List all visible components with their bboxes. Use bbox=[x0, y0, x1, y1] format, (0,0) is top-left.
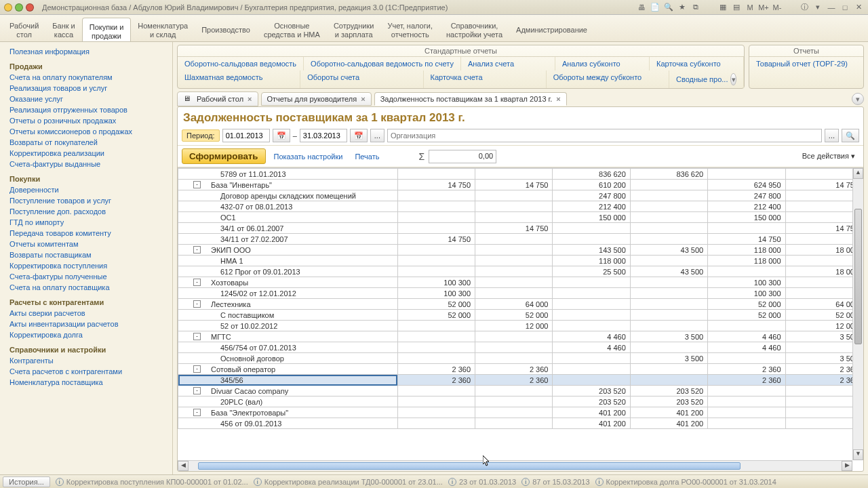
status-doc-link[interactable]: iКорректировка поступления КП00-000001 о… bbox=[56, 478, 248, 486]
period-picker-button[interactable]: ... bbox=[370, 129, 384, 142]
window-btn-1[interactable] bbox=[4, 3, 12, 12]
report-link[interactable]: Обороты между субконто bbox=[547, 70, 669, 88]
h-scroll-thumb[interactable] bbox=[198, 462, 741, 470]
status-doc-link[interactable]: i23 от 01.03.2013 bbox=[448, 478, 516, 486]
sidebar-item[interactable]: Отчеты комиссионеров о продажах bbox=[0, 126, 172, 137]
table-row[interactable]: 345/562 3602 3602 3602 360 bbox=[178, 375, 863, 386]
table-row[interactable]: -МГТС4 4603 5004 4603 500 bbox=[178, 331, 863, 342]
horizontal-scrollbar[interactable]: ◀ ▶ bbox=[178, 460, 852, 471]
status-doc-link[interactable]: i87 от 15.03.2013 bbox=[521, 478, 589, 486]
report-link[interactable]: Оборотно-сальдовая ведомость по счету bbox=[304, 57, 461, 70]
sum-field[interactable]: 0,00 bbox=[429, 150, 496, 163]
module-tab[interactable]: Сотрудникии зарплата bbox=[327, 15, 381, 41]
sidebar-item[interactable]: Отчеты о розничных продажах bbox=[0, 115, 172, 126]
sidebar-item[interactable]: Номенклатура поставщика bbox=[0, 377, 172, 388]
sidebar-top-link[interactable]: Полезная информация bbox=[0, 46, 172, 57]
report-link[interactable]: Карточка счета bbox=[424, 70, 547, 88]
organization-input[interactable] bbox=[387, 129, 822, 142]
workspace-tab[interactable]: Отчеты для руководителя× bbox=[261, 92, 372, 106]
workspace-tab[interactable]: 🖥Рабочий стол× bbox=[177, 92, 258, 106]
table-row[interactable]: С поставщиком52 00052 00052 00052 000 bbox=[178, 310, 863, 321]
window-btn-2[interactable] bbox=[15, 3, 23, 12]
titlebar-icon[interactable]: □ bbox=[840, 2, 850, 13]
calendar-to-icon[interactable]: 📅 bbox=[350, 129, 368, 142]
history-button[interactable]: История... bbox=[3, 476, 50, 487]
all-actions-button[interactable]: Все действия ▾ bbox=[798, 150, 859, 162]
tree-toggle-icon[interactable]: - bbox=[193, 300, 201, 308]
sidebar-item[interactable]: Акты инвентаризации расчетов bbox=[0, 319, 172, 329]
sidebar-item[interactable]: Счета на оплату покупателям bbox=[0, 72, 172, 83]
scroll-down-arrow[interactable]: ▼ bbox=[853, 449, 863, 460]
report-link[interactable]: Шахматная ведомость bbox=[178, 70, 300, 88]
sidebar-item[interactable]: Корректировка реализации bbox=[0, 148, 172, 159]
titlebar-icon[interactable]: M bbox=[745, 2, 755, 13]
tree-toggle-icon[interactable]: - bbox=[193, 279, 201, 286]
sidebar-item[interactable]: Счета на оплату поставщика bbox=[0, 282, 172, 293]
titlebar-icon[interactable]: M- bbox=[772, 2, 783, 13]
report-table[interactable]: 5789 от 11.01.2013836 620836 620-База "И… bbox=[178, 168, 863, 429]
workspace-tab[interactable]: Задолженность поставщикам за 1 квартал 2… bbox=[374, 92, 567, 106]
table-row[interactable]: -База "Электротовары"401 200401 200 bbox=[178, 407, 863, 418]
table-row[interactable]: 20PLC (вал)203 520203 520 bbox=[178, 396, 863, 407]
sidebar-item[interactable]: Возвраты поставщикам bbox=[0, 249, 172, 260]
tree-toggle-icon[interactable]: - bbox=[193, 246, 201, 253]
sidebar-item[interactable]: Контрагенты bbox=[0, 355, 172, 366]
table-row[interactable]: 456 от 09.01.2013401 200401 200 bbox=[178, 418, 863, 429]
table-row[interactable]: 612 Прог от 09.01.201325 50043 50018 000 bbox=[178, 266, 863, 277]
table-row[interactable]: 34/1 от 06.01.200714 75014 750 bbox=[178, 223, 863, 234]
table-row[interactable]: 34/11 от 27.02.200714 75014 750 bbox=[178, 234, 863, 245]
titlebar-icon[interactable]: ⓘ bbox=[799, 2, 810, 13]
table-row[interactable]: -ЭКИП ООО143 50043 500118 00018 000 bbox=[178, 245, 863, 256]
titlebar-icon[interactable]: M+ bbox=[758, 2, 769, 13]
sidebar-item[interactable]: Возвраты от покупателей bbox=[0, 137, 172, 148]
tree-toggle-icon[interactable]: - bbox=[193, 387, 201, 394]
table-row[interactable]: -Хозтовары100 300100 300 bbox=[178, 277, 863, 288]
sidebar-item[interactable]: Корректировка долга bbox=[0, 329, 172, 340]
titlebar-icon[interactable]: ⧉ bbox=[690, 2, 701, 13]
status-doc-link[interactable]: iКорректировка реализации ТД00-000001 от… bbox=[254, 478, 443, 486]
module-tab[interactable]: Основныесредства и НМА bbox=[257, 15, 327, 41]
print-button[interactable]: Печать bbox=[351, 151, 383, 162]
sidebar-item[interactable]: Поступление доп. расходов bbox=[0, 206, 172, 217]
window-btn-3[interactable] bbox=[26, 3, 34, 12]
module-tab[interactable]: Учет, налоги,отчетность bbox=[380, 15, 439, 41]
status-doc-link[interactable]: iКорректировка долга РО00-000001 от 31.0… bbox=[595, 478, 776, 486]
module-tab[interactable]: Покупки ипродажи bbox=[82, 18, 132, 41]
titlebar-icon[interactable]: 🖶 bbox=[636, 2, 647, 13]
tree-toggle-icon[interactable]: - bbox=[193, 181, 201, 188]
close-tab-icon[interactable]: × bbox=[361, 95, 365, 103]
tabs-menu-button[interactable]: ▾ bbox=[852, 93, 864, 105]
titlebar-icon[interactable]: ★ bbox=[677, 2, 688, 13]
generate-button[interactable]: Сформировать bbox=[182, 148, 266, 164]
table-row[interactable]: Договор аренды складских помещений247 80… bbox=[178, 190, 863, 201]
org-select-button[interactable]: ... bbox=[825, 129, 839, 142]
close-tab-icon[interactable]: × bbox=[248, 95, 252, 103]
titlebar-icon[interactable]: ▤ bbox=[731, 2, 742, 13]
sidebar-item[interactable]: Акты сверки расчетов bbox=[0, 308, 172, 319]
module-tab[interactable]: Справочники,настройки учета bbox=[439, 15, 509, 41]
scroll-up-arrow[interactable]: ▲ bbox=[853, 168, 863, 179]
calendar-from-icon[interactable]: 📅 bbox=[273, 129, 290, 142]
sidebar-item[interactable]: Реализация отгруженных товаров bbox=[0, 104, 172, 115]
sidebar-item[interactable]: Реализация товаров и услуг bbox=[0, 83, 172, 94]
date-from-input[interactable] bbox=[222, 129, 270, 142]
report-link[interactable]: Карточка субконто bbox=[650, 57, 744, 70]
titlebar-icon[interactable]: 🔍 bbox=[663, 2, 674, 13]
table-row[interactable]: 1245/02 от 12.01.2012100 300100 300 bbox=[178, 288, 863, 299]
close-tab-icon[interactable]: × bbox=[556, 95, 560, 103]
sidebar-item[interactable]: Корректировка поступления bbox=[0, 260, 172, 271]
module-tab[interactable]: Рабочийстол bbox=[3, 15, 45, 41]
report-link[interactable]: Обороты счета bbox=[300, 70, 423, 88]
sidebar-item[interactable]: Доверенности bbox=[0, 184, 172, 195]
report-link[interactable]: Оборотно-сальдовая ведомость bbox=[178, 57, 304, 70]
sidebar-item[interactable]: ГТД по импорту bbox=[0, 217, 172, 228]
module-tab[interactable]: Банк икасса bbox=[45, 15, 81, 41]
table-row[interactable]: Основной договор3 5003 500 bbox=[178, 353, 863, 364]
table-row[interactable]: 456/754 от 07.01.20134 4604 460 bbox=[178, 342, 863, 353]
tree-toggle-icon[interactable]: - bbox=[193, 409, 201, 416]
reports-dropdown-icon[interactable]: ▾ bbox=[730, 73, 736, 85]
module-tab[interactable]: Производство bbox=[195, 15, 257, 41]
table-row[interactable]: ОС1150 000150 000 bbox=[178, 212, 863, 223]
sidebar-item[interactable]: Отчеты комитентам bbox=[0, 239, 172, 249]
table-row[interactable]: -Сотовый оператор2 3602 3602 3602 360 bbox=[178, 364, 863, 375]
